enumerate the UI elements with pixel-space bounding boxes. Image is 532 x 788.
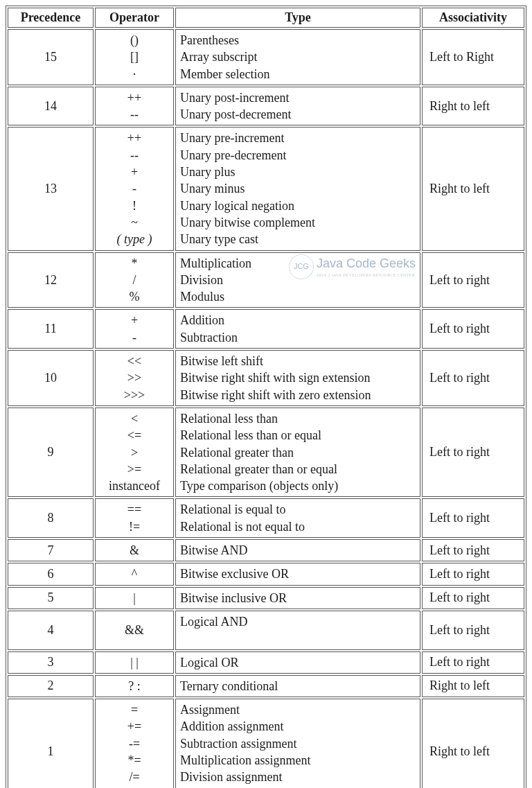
table-row: 1=+=-=*=/=%=AssignmentAddition assignmen…	[8, 699, 524, 788]
type-text: Subtraction assignment	[180, 735, 416, 752]
cell-type: ParenthesesArray subscriptMember selecti…	[175, 29, 420, 85]
type-text	[180, 630, 416, 647]
table-row: 8==!=Relational is equal toRelational is…	[8, 498, 524, 538]
type-text: Unary pre-decrement	[180, 147, 416, 164]
operator-text: ? :	[100, 678, 169, 694]
type-text: Bitwise right shift with zero extension	[180, 387, 416, 403]
cell-operator: <<>>>>>	[95, 350, 174, 406]
type-text: Modulus	[180, 288, 416, 305]
operator-text: --	[100, 106, 169, 123]
table-row: 10<<>>>>>Bitwise left shiftBitwise right…	[8, 350, 524, 406]
type-text: Addition	[180, 312, 416, 329]
operator-text: =	[100, 701, 169, 718]
cell-associativity: Right to left	[422, 699, 524, 788]
operator-text: ^	[100, 566, 169, 582]
cell-type: Unary pre-incrementUnary pre-decrementUn…	[175, 127, 420, 250]
cell-type: Relational is equal toRelational is not …	[175, 498, 420, 538]
type-text: Ternary conditional	[180, 678, 416, 694]
operator-text: ==	[100, 501, 169, 518]
type-text: Relational less than or equal	[180, 427, 416, 444]
cell-type: Bitwise inclusive OR	[175, 587, 420, 609]
type-text: Parentheses	[180, 32, 416, 49]
operator-text: ( type )	[100, 231, 169, 247]
cell-precedence: 5	[8, 587, 94, 609]
cell-associativity: Left to right	[422, 350, 524, 406]
table-row: 14++--Unary post-incrementUnary post-dec…	[8, 87, 524, 126]
cell-type: Bitwise left shiftBitwise right shift wi…	[175, 350, 420, 406]
operator-text: /	[100, 272, 169, 288]
table-row: 6^Bitwise exclusive ORLeft to right	[8, 563, 524, 585]
type-text: Relational is equal to	[180, 501, 416, 518]
operator-text: +=	[100, 718, 169, 735]
cell-precedence: 15	[8, 29, 94, 85]
cell-associativity: Left to right	[422, 252, 524, 308]
table-header-row: Precedence Operator Type Associativity	[8, 8, 524, 28]
operator-text: | |	[100, 654, 169, 671]
type-text: Unary post-increment	[180, 89, 416, 106]
cell-operator: ()[]·	[95, 29, 174, 85]
type-text: Type comparison (objects only)	[180, 478, 416, 494]
operator-text: ++	[100, 89, 169, 106]
cell-precedence: 4	[8, 611, 94, 650]
table-row: 11+-AdditionSubtractionLeft to right	[8, 309, 524, 349]
cell-precedence: 6	[8, 563, 94, 585]
operator-text: >>>	[100, 387, 169, 403]
operator-text: +	[100, 312, 169, 329]
cell-type: Ternary conditional	[175, 675, 420, 697]
type-text: Unary type cast	[180, 231, 416, 247]
cell-associativity: Left to right	[422, 611, 524, 650]
operator-text: >>	[100, 369, 169, 386]
cell-type: Unary post-incrementUnary post-decrement	[175, 87, 420, 126]
cell-precedence: 7	[8, 539, 94, 561]
cell-precedence: 3	[8, 651, 94, 674]
cell-operator: &	[95, 539, 174, 561]
cell-precedence: 1	[8, 699, 94, 788]
cell-precedence: 2	[8, 675, 94, 697]
header-operator: Operator	[95, 8, 174, 28]
type-text: Multiplication	[180, 255, 416, 272]
cell-type: AssignmentAddition assignmentSubtraction…	[175, 699, 420, 788]
type-text: Assignment	[180, 701, 416, 718]
operator-text: instanceof	[100, 478, 169, 494]
type-text: Bitwise exclusive OR	[180, 566, 416, 582]
cell-type: Bitwise AND	[175, 539, 420, 561]
cell-operator: ++--	[95, 87, 174, 126]
cell-associativity: Left to right	[422, 651, 524, 674]
type-text: Unary minus	[180, 180, 416, 197]
operator-text: <=	[100, 427, 169, 444]
cell-associativity: Left to Right	[422, 29, 524, 85]
operator-precedence-table: Precedence Operator Type Associativity 1…	[6, 6, 526, 788]
cell-type: MultiplicationDivisionModulusJCGJava Cod…	[175, 252, 420, 308]
type-text: Unary post-decrement	[180, 106, 416, 123]
operator-text: -	[100, 329, 169, 346]
cell-operator: | |	[95, 651, 174, 674]
operator-text: >	[100, 444, 169, 461]
table-row: 5|Bitwise inclusive ORLeft to right	[8, 587, 524, 609]
header-type: Type	[175, 8, 420, 28]
cell-associativity: Left to right	[422, 563, 524, 585]
cell-associativity: Right to left	[422, 127, 524, 250]
operator-text: >=	[100, 461, 169, 478]
operator-text: +	[100, 164, 169, 180]
type-text: Unary bitwise complement	[180, 214, 416, 231]
type-text: Bitwise right shift with sign extension	[180, 369, 416, 386]
operator-text: |	[100, 590, 169, 606]
cell-precedence: 14	[8, 87, 94, 126]
cell-associativity: Left to right	[422, 587, 524, 609]
operator-text: %=	[100, 786, 169, 788]
type-text: Relational greater than	[180, 444, 416, 461]
cell-precedence: 13	[8, 127, 94, 250]
type-text: Unary plus	[180, 164, 416, 180]
operator-text: []	[100, 49, 169, 65]
cell-precedence: 10	[8, 350, 94, 406]
operator-text: -=	[100, 735, 169, 752]
cell-operator: ? :	[95, 675, 174, 697]
operator-text: !	[100, 198, 169, 214]
cell-operator: ++--+-!~( type )	[95, 127, 174, 250]
type-text: Relational is not equal to	[180, 518, 416, 535]
type-text: Logical OR	[180, 654, 416, 671]
cell-operator: +-	[95, 309, 174, 349]
operator-text: !=	[100, 518, 169, 535]
type-text: Bitwise inclusive OR	[180, 590, 416, 606]
operator-text: &&	[100, 622, 169, 638]
